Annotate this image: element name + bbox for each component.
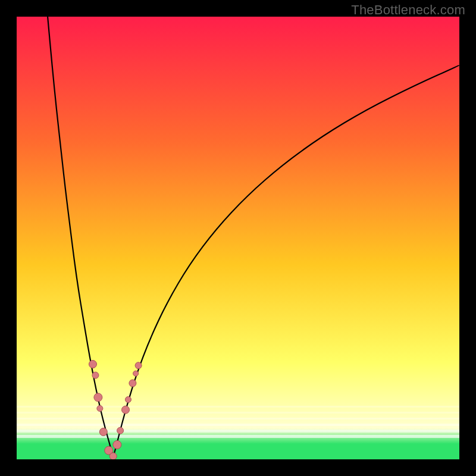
marker-point bbox=[122, 406, 130, 414]
marker-point bbox=[89, 361, 96, 368]
data-markers bbox=[17, 17, 459, 459]
marker-point bbox=[109, 453, 117, 459]
marker-point bbox=[94, 393, 102, 402]
marker-point bbox=[97, 405, 103, 411]
plot-area bbox=[17, 17, 459, 459]
marker-point bbox=[129, 380, 136, 387]
marker-point bbox=[117, 427, 124, 434]
marker-point bbox=[125, 397, 131, 403]
marker-point bbox=[92, 372, 99, 378]
marker-point bbox=[99, 428, 107, 436]
chart-frame: TheBottleneck.com bbox=[0, 0, 476, 476]
watermark-text: TheBottleneck.com bbox=[351, 2, 465, 18]
marker-point bbox=[133, 371, 139, 376]
marker-point bbox=[113, 440, 121, 449]
marker-point bbox=[135, 362, 142, 369]
